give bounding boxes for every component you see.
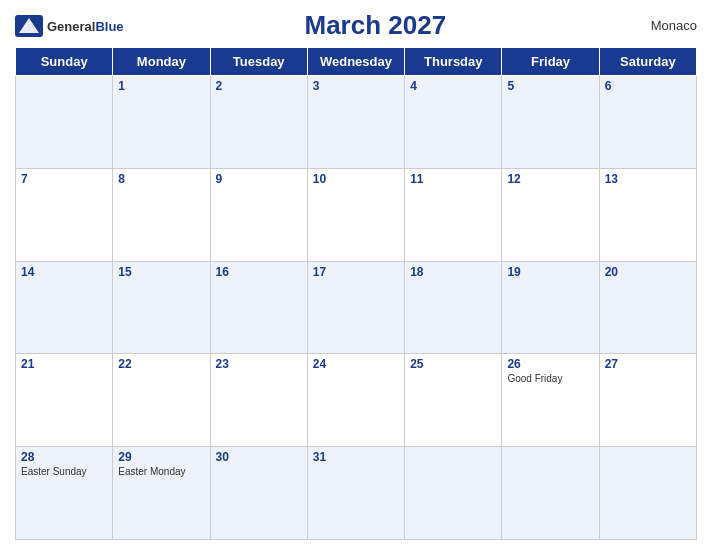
- day-number: 6: [605, 79, 691, 93]
- day-number: 17: [313, 265, 399, 279]
- day-number: 28: [21, 450, 107, 464]
- calendar-cell: 11: [405, 168, 502, 261]
- day-number: 2: [216, 79, 302, 93]
- day-number: 3: [313, 79, 399, 93]
- calendar-cell: 17: [307, 261, 404, 354]
- day-number: 11: [410, 172, 496, 186]
- day-number: 9: [216, 172, 302, 186]
- day-number: 7: [21, 172, 107, 186]
- calendar-cell: 26Good Friday: [502, 354, 599, 447]
- day-number: 24: [313, 357, 399, 371]
- day-number: 14: [21, 265, 107, 279]
- calendar-cell: 5: [502, 76, 599, 169]
- calendar-cell: 15: [113, 261, 210, 354]
- generalblue-logo-icon: [15, 15, 43, 37]
- calendar-cell: 29Easter Monday: [113, 447, 210, 540]
- calendar-cell: 30: [210, 447, 307, 540]
- day-number: 12: [507, 172, 593, 186]
- calendar-week-row: 14151617181920: [16, 261, 697, 354]
- day-number: 30: [216, 450, 302, 464]
- calendar-week-row: 28Easter Sunday29Easter Monday3031: [16, 447, 697, 540]
- calendar-week-row: 123456: [16, 76, 697, 169]
- calendar-cell: 31: [307, 447, 404, 540]
- calendar-cell: 7: [16, 168, 113, 261]
- calendar-cell: 4: [405, 76, 502, 169]
- calendar-week-row: 78910111213: [16, 168, 697, 261]
- day-number: 16: [216, 265, 302, 279]
- calendar-cell: 23: [210, 354, 307, 447]
- calendar-cell: 8: [113, 168, 210, 261]
- holiday-label: Good Friday: [507, 373, 593, 384]
- day-number: 1: [118, 79, 204, 93]
- calendar-cell: [599, 447, 696, 540]
- calendar-cell: 16: [210, 261, 307, 354]
- calendar-week-row: 212223242526Good Friday27: [16, 354, 697, 447]
- day-number: 19: [507, 265, 593, 279]
- col-friday: Friday: [502, 48, 599, 76]
- calendar-cell: 14: [16, 261, 113, 354]
- calendar-cell: 9: [210, 168, 307, 261]
- calendar-header: GeneralBlue March 2027 Monaco: [15, 10, 697, 41]
- day-number: 31: [313, 450, 399, 464]
- calendar-cell: 22: [113, 354, 210, 447]
- day-number: 20: [605, 265, 691, 279]
- col-wednesday: Wednesday: [307, 48, 404, 76]
- weekday-header-row: Sunday Monday Tuesday Wednesday Thursday…: [16, 48, 697, 76]
- calendar-cell: 13: [599, 168, 696, 261]
- calendar-cell: 24: [307, 354, 404, 447]
- day-number: 13: [605, 172, 691, 186]
- logo-text: GeneralBlue: [47, 17, 124, 35]
- calendar-cell: 12: [502, 168, 599, 261]
- holiday-label: Easter Sunday: [21, 466, 107, 477]
- calendar-cell: 18: [405, 261, 502, 354]
- calendar-table: Sunday Monday Tuesday Wednesday Thursday…: [15, 47, 697, 540]
- day-number: 18: [410, 265, 496, 279]
- calendar-cell: [405, 447, 502, 540]
- day-number: 22: [118, 357, 204, 371]
- calendar-cell: 1: [113, 76, 210, 169]
- calendar-cell: 19: [502, 261, 599, 354]
- day-number: 23: [216, 357, 302, 371]
- calendar-cell: 21: [16, 354, 113, 447]
- day-number: 27: [605, 357, 691, 371]
- holiday-label: Easter Monday: [118, 466, 204, 477]
- day-number: 10: [313, 172, 399, 186]
- day-number: 4: [410, 79, 496, 93]
- day-number: 26: [507, 357, 593, 371]
- col-sunday: Sunday: [16, 48, 113, 76]
- col-tuesday: Tuesday: [210, 48, 307, 76]
- calendar-cell: 27: [599, 354, 696, 447]
- day-number: 25: [410, 357, 496, 371]
- country-label: Monaco: [627, 18, 697, 33]
- col-monday: Monday: [113, 48, 210, 76]
- day-number: 21: [21, 357, 107, 371]
- logo: GeneralBlue: [15, 15, 124, 37]
- col-saturday: Saturday: [599, 48, 696, 76]
- calendar-title: March 2027: [124, 10, 627, 41]
- day-number: 5: [507, 79, 593, 93]
- calendar-cell: 2: [210, 76, 307, 169]
- calendar-cell: 10: [307, 168, 404, 261]
- calendar-cell: [502, 447, 599, 540]
- day-number: 8: [118, 172, 204, 186]
- col-thursday: Thursday: [405, 48, 502, 76]
- calendar-cell: 20: [599, 261, 696, 354]
- calendar-cell: 28Easter Sunday: [16, 447, 113, 540]
- day-number: 15: [118, 265, 204, 279]
- day-number: 29: [118, 450, 204, 464]
- calendar-cell: [16, 76, 113, 169]
- calendar-cell: 25: [405, 354, 502, 447]
- calendar-cell: 3: [307, 76, 404, 169]
- calendar-cell: 6: [599, 76, 696, 169]
